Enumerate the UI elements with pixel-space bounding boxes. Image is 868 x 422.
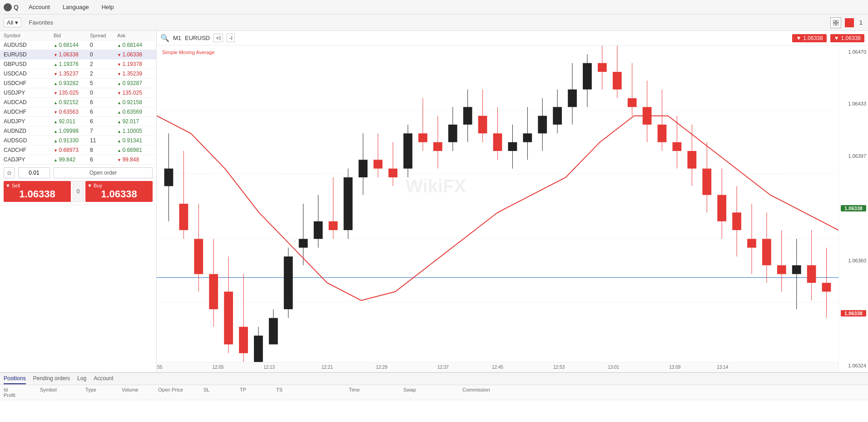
tab-positions[interactable]: Positions bbox=[4, 373, 26, 384]
time-axis: 11:5512:0512:1312:2112:2912:3712:4512:53… bbox=[157, 362, 838, 372]
order-panel: ☆ Open order ▼ Sell 1.06338 0 ▼ Buy 1.06… bbox=[0, 165, 156, 205]
symbol-name: USDCAD bbox=[4, 70, 54, 77]
buy-price-badge: ▼ 1.06338 bbox=[830, 34, 864, 42]
symbol-row-cadjpy[interactable]: CADJPY 99.842 6 99.848 bbox=[0, 155, 156, 165]
ask-value: 0.68981 bbox=[117, 147, 158, 153]
bottom-content: Id Symbol Type Volume Open Price SL TP T… bbox=[0, 385, 868, 422]
logo-circle-icon bbox=[4, 3, 12, 11]
time-tick-1: 12:05 bbox=[213, 365, 224, 370]
time-tick-10: 13:14 bbox=[717, 365, 728, 370]
col-swap: Swap bbox=[403, 387, 462, 392]
zoom-icon[interactable]: 🔍 bbox=[160, 34, 169, 42]
ask-value: 99.848 bbox=[117, 156, 158, 163]
sell-price: 1.06338 bbox=[5, 188, 69, 200]
chart-count-badge: 1 bbox=[858, 19, 864, 26]
lot-size-input[interactable] bbox=[18, 167, 50, 178]
account-menu[interactable]: Account bbox=[26, 2, 53, 12]
menu-bar: Q Account Language Help bbox=[0, 0, 868, 15]
time-tick-8: 13:01 bbox=[608, 365, 619, 370]
left-panel: Symbol Bid Spread Ask AUDUSD 0.68144 0 0… bbox=[0, 31, 157, 372]
logo-q-icon: Q bbox=[14, 4, 19, 11]
spread-value: 0 bbox=[90, 90, 117, 96]
price-tick-3: 1.06397 bbox=[841, 153, 866, 159]
symbol-row-audnzd[interactable]: AUDNZD 1.09998 7 1.10005 bbox=[0, 126, 156, 136]
symbol-name: GBPUSD bbox=[4, 61, 54, 67]
language-menu[interactable]: Language bbox=[60, 2, 92, 12]
sell-button[interactable]: ▼ Sell 1.06338 bbox=[4, 181, 71, 202]
buy-price: 1.06338 bbox=[87, 188, 151, 200]
symbol-row-audchf[interactable]: AUDCHF 0.63563 6 0.63569 bbox=[0, 107, 156, 117]
symbol-row-audjpy[interactable]: AUDJPY 92.011 6 92.017 bbox=[0, 117, 156, 126]
spread-value: 7 bbox=[90, 128, 117, 134]
candlestick-chart[interactable] bbox=[157, 45, 838, 362]
symbol-row-usdcad[interactable]: USDCAD 1.35237 2 1.35239 bbox=[0, 69, 156, 79]
col-sl: SL bbox=[203, 387, 240, 392]
bid-value: 1.35237 bbox=[54, 70, 90, 77]
logo: Q bbox=[4, 3, 19, 11]
time-tick-5: 12:37 bbox=[437, 365, 449, 370]
symbol-row-audusd[interactable]: AUDUSD 0.68144 0 0.68144 bbox=[0, 40, 156, 50]
symbol-list: AUDUSD 0.68144 0 0.68144 EURUSD 1.06338 … bbox=[0, 40, 156, 165]
col-open-price: Open Price bbox=[158, 387, 203, 392]
col-spread: Spread bbox=[90, 33, 117, 38]
svg-rect-2 bbox=[833, 23, 835, 25]
symbol-row-gbpusd[interactable]: GBPUSD 1.19376 2 1.19378 bbox=[0, 60, 156, 69]
expand-icon bbox=[833, 20, 838, 25]
main-area: Symbol Bid Spread Ask AUDUSD 0.68144 0 0… bbox=[0, 31, 868, 372]
buy-button[interactable]: ▼ Buy 1.06338 bbox=[85, 181, 153, 202]
symbol-row-cadchf[interactable]: CADCHF 0.68973 8 0.68981 bbox=[0, 146, 156, 155]
symbol-row-audsgd[interactable]: AUDSGD 0.91330 11 0.91341 bbox=[0, 136, 156, 146]
price-tick-2: 1.06433 bbox=[841, 101, 866, 106]
add-indicator-button[interactable]: +I bbox=[213, 34, 223, 42]
symbol-row-eurusd[interactable]: EURUSD 1.06338 0 1.06338 bbox=[0, 50, 156, 60]
time-tick-2: 12:13 bbox=[263, 365, 275, 370]
symbol-name: CADCHF bbox=[4, 147, 54, 153]
spread-value: 6 bbox=[90, 109, 117, 115]
ask-value: 0.91341 bbox=[117, 137, 158, 144]
bid-value: 0.91330 bbox=[54, 137, 90, 144]
symbol-name: USDCHF bbox=[4, 80, 54, 86]
chart-area: 🔍 M1 EURUSD +I -I ▼ 1.06338 ▼ 1.06338 Si… bbox=[157, 31, 868, 372]
bottom-section: Positions Pending orders Log Account Id … bbox=[0, 372, 868, 422]
sell-buy-row: ▼ Sell 1.06338 0 ▼ Buy 1.06338 bbox=[4, 181, 153, 202]
col-ask: Ask bbox=[117, 33, 158, 38]
filter-dropdown[interactable]: All ▾ bbox=[4, 18, 21, 27]
tab-log[interactable]: Log bbox=[77, 373, 86, 384]
chart-timeframe: M1 bbox=[173, 35, 181, 41]
symbol-name: AUDCAD bbox=[4, 99, 54, 106]
symbol-row-usdchf[interactable]: USDCHF 0.93282 5 0.93287 bbox=[0, 79, 156, 88]
price-tick-highlighted2: 1.06338 bbox=[841, 310, 866, 316]
symbol-row-usdjpy[interactable]: USDJPY 135.025 0 135.025 bbox=[0, 88, 156, 98]
symbol-name: AUDNZD bbox=[4, 128, 54, 134]
open-order-button[interactable]: Open order bbox=[54, 167, 153, 178]
bid-value: 0.68144 bbox=[54, 42, 90, 48]
sell-badge-price: 1.06338 bbox=[803, 35, 823, 41]
spread-value: 6 bbox=[90, 118, 117, 125]
bid-value: 1.09998 bbox=[54, 128, 90, 134]
col-time: Time bbox=[349, 387, 403, 392]
spread-value: 11 bbox=[90, 137, 117, 144]
symbol-name: EURUSD bbox=[4, 51, 54, 58]
favorite-star-button[interactable]: ☆ bbox=[4, 167, 15, 178]
symbol-name: CADJPY bbox=[4, 156, 54, 163]
tab-account[interactable]: Account bbox=[94, 373, 113, 384]
time-tick-6: 12:45 bbox=[492, 365, 503, 370]
svg-rect-0 bbox=[833, 20, 835, 22]
remove-indicator-button[interactable]: -I bbox=[227, 34, 235, 42]
col-tp: TP bbox=[240, 387, 276, 392]
color-square[interactable] bbox=[845, 18, 854, 27]
ask-value: 0.93287 bbox=[117, 80, 158, 86]
symbol-row-audcad[interactable]: AUDCAD 0.92152 6 0.92158 bbox=[0, 98, 156, 107]
positions-table-header: Id Symbol Type Volume Open Price SL TP T… bbox=[0, 385, 868, 400]
chart-canvas-area: Simple Moving Average 1.06470 1.06433 1.… bbox=[157, 45, 868, 372]
tab-pending-orders[interactable]: Pending orders bbox=[33, 373, 70, 384]
spread-value: 2 bbox=[90, 61, 117, 67]
col-symbol: Symbol bbox=[4, 33, 54, 38]
bid-value: 1.06338 bbox=[54, 51, 90, 58]
symbol-name: AUDSGD bbox=[4, 137, 54, 144]
favorites-button[interactable]: Favorites bbox=[25, 18, 56, 27]
help-menu[interactable]: Help bbox=[99, 2, 117, 12]
symbol-name: AUDCHF bbox=[4, 109, 54, 115]
expand-button[interactable] bbox=[830, 17, 841, 28]
bottom-tabs: Positions Pending orders Log Account bbox=[0, 372, 868, 385]
